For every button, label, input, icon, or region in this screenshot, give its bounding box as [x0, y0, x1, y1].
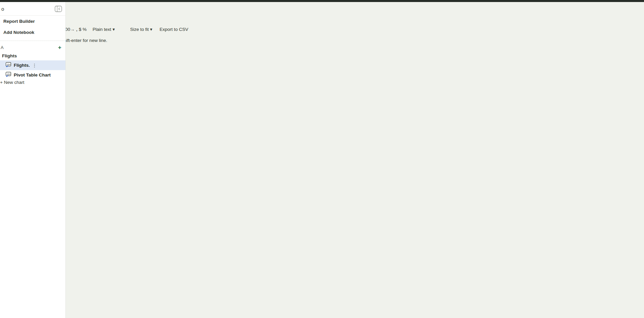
table-row[interactable]: SkyWest Airlines Inc.PhoenixYuma2978 [0, 231, 644, 251]
sidebar: o Report Builder Add Notebook A + Flight… [0, 2, 66, 318]
cell-airline_name[interactable]: SkyWest Airlines Inc. [0, 90, 644, 95]
cell-flight_number[interactable]: 3010 [0, 206, 644, 211]
cell-origin_city[interactable]: Phoenix [0, 296, 644, 301]
chart-description-placeholder[interactable]: Click to add chart description. Shift-en… [0, 38, 644, 43]
cell-flight_number[interactable]: 2978 [0, 246, 644, 251]
chart-editor: ← → ▾ ↑↓ ▾ .0← .00→ , $ [0, 25, 644, 318]
table-row[interactable]: SkyWest Airlines Inc.PhoenixYuma2978 [0, 150, 644, 170]
table-row[interactable]: SkyWest Airlines Inc.PhoenixYuma3060 [0, 211, 644, 231]
cell-airline_name[interactable]: SkyWest Airlines Inc. [0, 130, 644, 135]
table-row[interactable]: SkyWest Airlines Inc.PhoenixYuma2988 [0, 271, 644, 291]
currency-icon[interactable]: $ [79, 27, 82, 32]
sidebar-new-chart[interactable]: + New chart [0, 80, 65, 85]
cell-airline_name[interactable]: SkyWest Airlines Inc. [0, 231, 644, 236]
table-row[interactable]: SkyWest Airlines Inc.PhoenixYuma2988 [0, 90, 644, 110]
cell-origin_city[interactable]: Phoenix [0, 135, 644, 140]
cell-origin_city[interactable]: Phoenix [0, 276, 644, 281]
sidebar-collection-flights[interactable]: Flights [0, 51, 65, 60]
cell-destination_city[interactable]: Yuma [0, 160, 644, 165]
cell-origin_city[interactable]: Phoenix [0, 216, 644, 221]
add-collection-icon[interactable]: + [58, 46, 61, 50]
table-row[interactable]: SkyWest Airlines Inc.PhoenixYuma2988 [0, 170, 644, 191]
table-row[interactable]: SkyWest Airlines Inc.PhoenixYuma2985 [0, 251, 644, 271]
sidebar-section-label: A [1, 45, 4, 50]
tab-bar: FlightsFlights.⋮Pivot Table Ch... [0, 0, 644, 25]
sidebar-item-report-builder[interactable]: Report Builder [0, 16, 65, 27]
cell-destination_city[interactable]: Yuma [0, 140, 644, 145]
table-body: SkyWest Airlines Inc.PhoenixYuma2978SkyW… [0, 70, 644, 318]
add-chart-tab-button[interactable] [5, 19, 644, 25]
cell-destination_city[interactable]: Yuma [0, 120, 644, 125]
table-row[interactable]: SkyWest Airlines Inc.PhoenixYuma3010 [0, 191, 644, 211]
sidebar-chart-label: Pivot Table Chart [14, 72, 51, 77]
thousands-separator-icon[interactable]: , [76, 26, 78, 32]
table-row[interactable]: SkyWest Airlines Inc.PhoenixYuma2978 [0, 70, 644, 90]
cell-airline_name[interactable]: SkyWest Airlines Inc. [0, 150, 644, 155]
tab-pivot-table-ch[interactable]: Pivot Table Ch... [0, 12, 644, 19]
cell-origin_city[interactable]: Phoenix [0, 75, 644, 80]
cell-flight_number[interactable]: 2985 [0, 266, 644, 271]
cell-origin_city[interactable]: Phoenix [0, 316, 644, 318]
chart-check-icon [5, 72, 11, 78]
sidebar-item-add-notebook[interactable]: Add Notebook [0, 27, 65, 38]
sidebar-item-flights[interactable]: Flights.⋮ [0, 60, 65, 70]
cell-airline_name[interactable]: SkyWest Airlines Inc. [0, 251, 644, 256]
cell-origin_city[interactable]: Phoenix [0, 196, 644, 201]
cell-destination_city[interactable]: Yuma [0, 301, 644, 306]
cell-destination_city[interactable]: Yuma [0, 180, 644, 186]
table-row[interactable]: SkyWest Airlines Inc.PhoenixYuma3060 [0, 130, 644, 150]
cell-flight_number[interactable]: 2988 [0, 186, 644, 191]
column-header-origin_city[interactable]: origin_city▾ [0, 54, 644, 59]
export-csv-label: Export to CSV [160, 27, 189, 32]
cell-flight_number[interactable]: 3060 [0, 306, 644, 311]
format-dropdown-value: Plain text [93, 27, 111, 32]
cell-origin_city[interactable]: Phoenix [0, 95, 644, 100]
cell-flight_number[interactable]: 3060 [0, 145, 644, 150]
cell-airline_name[interactable]: SkyWest Airlines Inc. [0, 70, 644, 75]
cell-destination_city[interactable]: Yuma [0, 201, 644, 206]
cell-airline_name[interactable]: SkyWest Airlines Inc. [0, 311, 644, 316]
item-menu-icon[interactable]: ⋮ [32, 63, 37, 68]
cell-flight_number[interactable]: 2978 [0, 85, 644, 90]
cell-airline_name[interactable]: SkyWest Airlines Inc. [0, 191, 644, 196]
cell-origin_city[interactable]: Phoenix [0, 115, 644, 120]
cell-destination_city[interactable]: Yuma [0, 100, 644, 105]
cell-origin_city[interactable]: Phoenix [0, 175, 644, 180]
app-window: o Report Builder Add Notebook A + Flight… [0, 0, 644, 318]
cell-airline_name[interactable]: SkyWest Airlines Inc. [0, 110, 644, 115]
export-csv-button[interactable]: Export to CSV [160, 27, 189, 32]
table-row[interactable]: SkyWest Airlines Inc.PhoenixYuma2978 [0, 311, 644, 318]
cell-airline_name[interactable]: SkyWest Airlines Inc. [0, 271, 644, 276]
cell-origin_city[interactable]: Phoenix [0, 256, 644, 261]
sidebar-chart-label: Flights. [14, 63, 30, 68]
sidebar-item-pivot-table-chart[interactable]: Pivot Table Chart [0, 70, 65, 80]
format-dropdown[interactable]: Plain text ▾ [93, 27, 116, 32]
cell-destination_city[interactable]: Yuma [0, 221, 644, 226]
size-to-fit-dropdown[interactable]: Size to fit ▾ [130, 27, 154, 32]
cell-flight_number[interactable]: 3060 [0, 226, 644, 231]
table-row[interactable]: SkyWest Airlines Inc.PhoenixYuma3060 [0, 291, 644, 311]
cell-flight_number[interactable]: 3010 [0, 125, 644, 130]
percent-icon[interactable]: % [83, 27, 87, 32]
column-header-destination_city[interactable]: destination_city▾ [0, 59, 644, 64]
column-header-airline_name[interactable]: airline_name▾ [0, 48, 644, 54]
cell-flight_number[interactable]: 2988 [0, 105, 644, 110]
cell-origin_city[interactable]: Phoenix [0, 155, 644, 160]
cell-destination_city[interactable]: Yuma [0, 281, 644, 286]
cell-origin_city[interactable]: Phoenix [0, 236, 644, 241]
cell-airline_name[interactable]: SkyWest Airlines Inc. [0, 170, 644, 175]
tab-flights[interactable]: Flights.⋮ [0, 6, 644, 12]
cell-airline_name[interactable]: SkyWest Airlines Inc. [0, 291, 644, 296]
cell-destination_city[interactable]: Yuma [0, 80, 644, 85]
collapse-sidebar-icon[interactable] [55, 6, 62, 12]
table-row[interactable]: SkyWest Airlines Inc.PhoenixYuma3010 [0, 110, 644, 130]
column-header-flight_number[interactable]: flight_number▾ [0, 64, 644, 70]
cell-destination_city[interactable]: Yuma [0, 261, 644, 266]
sidebar-chart-list: Flights.⋮Pivot Table Chart [0, 60, 65, 80]
cell-flight_number[interactable]: 2988 [0, 286, 644, 291]
cell-airline_name[interactable]: SkyWest Airlines Inc. [0, 211, 644, 216]
data-table: airline_name▾origin_city▾destination_cit… [0, 48, 644, 318]
top-strip [0, 0, 644, 2]
cell-flight_number[interactable]: 2978 [0, 165, 644, 170]
cell-destination_city[interactable]: Yuma [0, 241, 644, 246]
